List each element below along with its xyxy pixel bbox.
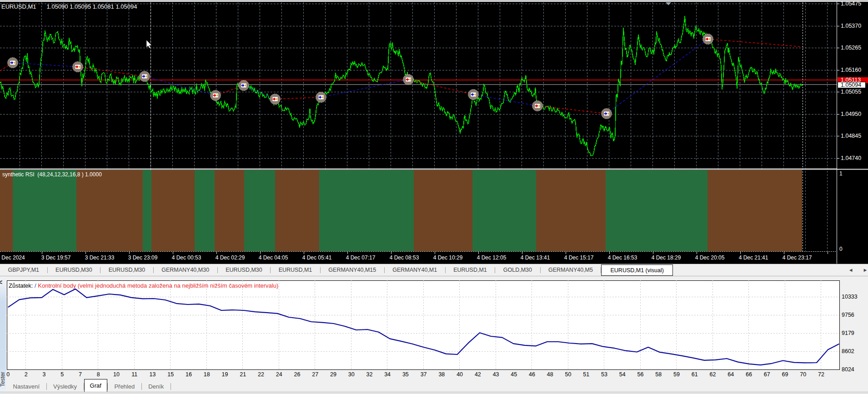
chart-tab-bar: GBPJPY,M1EURUSD,M30EURUSD,M30GERMANY40,M… [0,264,868,276]
trade-marker-buy[interactable] [239,80,249,91]
balance-x-label: 5 [53,372,71,378]
balance-x-label: 38 [432,372,451,378]
chart-tab[interactable]: EURUSD,M30 [100,264,153,276]
balance-y-label: 9756 [842,312,854,318]
tester-tab-item[interactable]: Deník [142,381,171,392]
tester-tab-item[interactable]: Přehled [108,381,141,392]
tester-tab-active[interactable]: Graf [84,379,107,392]
balance-y-label: 9179 [842,330,854,336]
balance-x-label: 37 [415,372,433,378]
balance-x-label: 66 [740,372,758,378]
trade-marker-sell[interactable] [403,75,414,85]
chart-tab[interactable]: GERMANY40,M30 [154,264,217,276]
tab-scroll-right-icon[interactable]: ► [863,267,868,273]
balance-x-label: 2 [17,372,35,378]
tester-tab-item[interactable]: Výsledky [47,381,84,392]
trade-marker-buy[interactable] [468,90,479,100]
balance-x-label: 59 [667,372,686,378]
trade-marker-sell[interactable] [532,101,543,111]
balance-x-label: 35 [396,372,415,378]
balance-x-label: 40 [451,372,469,378]
price-scale-label: 1.04845 [841,133,861,139]
legend-balance: Zůstatek: [9,282,33,289]
rsi-band-down [414,170,472,251]
balance-y-label: 10333 [842,294,858,300]
price-scale-label: 1.04950 [841,111,861,117]
chart-window: EURUSD,M11.05090 1.05095 1.05081 1.05094… [0,0,868,264]
balance-x-label: 58 [649,372,667,378]
balance-x-label: 30 [342,372,361,378]
balance-x-label: 42 [469,372,487,378]
window-top-frame [0,0,868,2]
trade-marker-buy[interactable] [602,109,612,119]
legend-model: Kontrolní body (velmi jednoduchá metoda … [38,282,278,289]
rsi-indicator-label: synthetic RSI (48,24,12,32,16,8 ) 1.0000 [2,171,102,178]
balance-x-label: 56 [632,372,650,378]
price-scale-label: 1.04740 [841,155,861,161]
balance-x-label: 34 [378,372,396,378]
balance-x-label: 70 [794,372,812,378]
trade-marker-sell[interactable] [211,90,221,101]
balance-x-label: 64 [722,372,740,378]
chart-tab[interactable]: GBPJPY,M1 [0,264,47,276]
rsi-band-up [319,170,414,251]
balance-x-label: 72 [812,372,830,378]
window-bottom-edge [0,392,868,394]
time-scale-label: 4 Dec 23:17 [770,255,824,260]
chart-symbol-period: EURUSD,M1 [1,3,36,10]
balance-x-label: 8 [89,372,107,378]
balance-x-label: 22 [252,372,270,378]
balance-x-label: 46 [523,372,541,378]
balance-x-label: 51 [577,372,595,378]
balance-x-label: 21 [234,372,252,378]
trade-marker-sell[interactable] [73,62,83,72]
chart-tab[interactable]: GERMANY40,M1 [385,264,445,276]
balance-x-label: 11 [125,372,144,378]
balance-x-label: 67 [758,372,776,378]
chart-tab[interactable]: GERMANY40,M15 [321,264,384,276]
trade-marker-buy[interactable] [140,71,150,82]
rsi-band-down [151,170,195,251]
balance-x-label: 54 [613,372,632,378]
chart-tab[interactable]: EURUSD,M1 [271,264,320,276]
price-scale-label: 1.05160 [841,67,861,73]
balance-x-label: 32 [360,372,378,378]
balance-x-label: 16 [180,372,198,378]
trade-marker-buy[interactable] [316,92,326,103]
chart-tab-active[interactable]: EURUSD,M1 (visual) [601,264,672,276]
chart-tab[interactable]: EURUSD,M30 [218,264,271,276]
chart-tab[interactable]: GOLD,M30 [495,264,540,276]
trade-marker-sell[interactable] [270,94,281,105]
balance-x-label: 3 [35,372,53,378]
balance-x-label: 19 [216,372,234,378]
price-chart-canvas[interactable] [0,0,868,264]
chart-tab[interactable]: EURUSD,M1 [446,264,495,276]
balance-y-label: 8024 [842,367,854,373]
balance-x-label: 69 [776,372,794,378]
rsi-band-down [707,170,802,251]
chart-title: EURUSD,M11.05090 1.05095 1.05081 1.05094 [1,3,137,10]
rsi-band-up [195,170,215,251]
balance-x-label: 29 [324,372,342,378]
mt4-terminal: EURUSD,M11.05090 1.05095 1.05081 1.05094… [0,0,868,394]
rsi-band-up [472,170,536,251]
rsi-band-down [0,170,13,251]
rsi-scale-min: 0 [839,246,843,252]
rsi-band-up [606,170,707,251]
tester-tab-item[interactable]: Nastavení [6,381,46,392]
balance-graph-legend: Zůstatek: / Kontrolní body (velmi jednod… [9,282,278,289]
balance-x-label: 15 [161,372,180,378]
balance-x-label: 7 [71,372,90,378]
balance-x-label: 0 [0,372,17,378]
price-scale-label: 1.05370 [841,23,861,29]
balance-y-label: 8602 [842,349,854,354]
chart-tab[interactable]: GERMANY40,M5 [541,264,601,276]
trade-marker-buy[interactable] [8,58,18,68]
rsi-band-up [244,170,275,251]
collapse-panel-icon[interactable]: < [0,279,2,286]
tab-scroll-left-icon[interactable]: ◄ [848,267,853,273]
chart-tab[interactable]: EURUSD,M30 [48,264,100,276]
balance-x-label: 24 [270,372,288,378]
balance-x-label: 62 [703,372,722,378]
trade-marker-sell[interactable] [703,34,713,45]
